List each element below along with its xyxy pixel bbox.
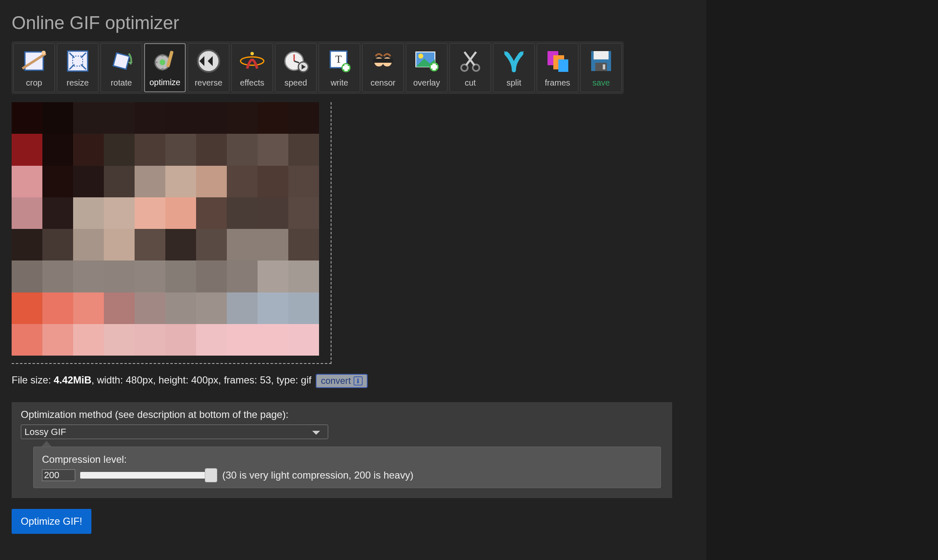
convert-button[interactable]: convert ⬇ bbox=[316, 374, 367, 388]
write-icon: T bbox=[326, 48, 353, 74]
tool-overlay[interactable]: overlay bbox=[406, 43, 447, 92]
tool-optimize[interactable]: optimize bbox=[144, 43, 186, 92]
preview-pixel bbox=[288, 134, 319, 165]
preview-pixel bbox=[104, 260, 135, 292]
preview-pixel bbox=[258, 166, 288, 197]
preview-pixel bbox=[227, 134, 258, 165]
svg-text:T: T bbox=[335, 53, 342, 65]
preview-pixel bbox=[196, 292, 227, 324]
preview-pixel bbox=[42, 102, 73, 134]
preview-pixel bbox=[12, 229, 42, 260]
preview-pixel bbox=[258, 292, 288, 324]
svg-line-36 bbox=[466, 52, 476, 65]
svg-rect-44 bbox=[594, 51, 609, 59]
optimization-method-select[interactable]: Lossy GIF bbox=[21, 425, 328, 439]
svg-rect-5 bbox=[113, 53, 129, 69]
svg-rect-24 bbox=[343, 66, 349, 69]
preview-pixel bbox=[288, 324, 319, 356]
preview-pixel bbox=[12, 102, 42, 134]
preview-pixel bbox=[73, 260, 104, 292]
tool-label: speed bbox=[285, 78, 307, 88]
preview-pixel bbox=[288, 197, 319, 229]
preview-pixel bbox=[73, 229, 104, 260]
svg-point-8 bbox=[160, 59, 165, 65]
svg-rect-46 bbox=[603, 64, 605, 69]
censor-icon bbox=[370, 48, 396, 74]
svg-point-14 bbox=[250, 52, 254, 55]
tool-frames[interactable]: frames bbox=[537, 43, 578, 92]
preview-pixel bbox=[135, 134, 165, 165]
preview-pixel bbox=[73, 324, 104, 356]
tool-effects[interactable]: effects bbox=[231, 43, 273, 92]
preview-pixel bbox=[165, 324, 196, 356]
compression-hint: (30 is very light compression, 200 is he… bbox=[222, 469, 413, 481]
tool-rotate[interactable]: rotate bbox=[101, 43, 142, 92]
tool-label: split bbox=[506, 78, 521, 88]
preview-pixel bbox=[42, 229, 73, 260]
tool-crop[interactable]: crop bbox=[13, 43, 55, 92]
right-sidebar bbox=[706, 0, 938, 560]
compression-panel: Compression level: (30 is very light com… bbox=[33, 447, 661, 488]
tool-save[interactable]: save bbox=[580, 43, 622, 92]
preview-pixel bbox=[165, 134, 196, 165]
tool-split[interactable]: split bbox=[493, 43, 535, 92]
resize-icon bbox=[64, 48, 91, 74]
preview-pixel bbox=[227, 260, 258, 292]
preview-pixel bbox=[135, 197, 165, 229]
preview-pixel bbox=[135, 166, 165, 197]
tool-censor[interactable]: censor bbox=[362, 43, 404, 92]
tool-speed[interactable]: speed bbox=[275, 43, 317, 92]
preview-pixel bbox=[42, 324, 73, 356]
reverse-icon bbox=[195, 48, 222, 74]
tool-label: resize bbox=[66, 78, 88, 88]
tool-label: save bbox=[592, 78, 610, 88]
tool-label: write bbox=[331, 78, 348, 88]
compression-slider[interactable] bbox=[80, 472, 217, 479]
tool-reverse[interactable]: reverse bbox=[188, 43, 229, 92]
preview-pixel bbox=[104, 134, 135, 165]
optimize-gif-button[interactable]: Optimize GIF! bbox=[12, 509, 91, 534]
preview-pixel bbox=[12, 324, 42, 356]
compression-value-input[interactable] bbox=[42, 469, 75, 481]
preview-pixel bbox=[12, 292, 42, 324]
preview-pixel bbox=[73, 102, 104, 134]
preview-pixel bbox=[258, 197, 288, 229]
tool-toolbar: cropresizerotateoptimizereverseeffectssp… bbox=[12, 42, 624, 94]
effects-icon bbox=[239, 48, 265, 74]
svg-rect-42 bbox=[558, 59, 568, 72]
cut-icon bbox=[457, 48, 484, 74]
preview-pixel bbox=[165, 229, 196, 260]
svg-marker-6 bbox=[128, 62, 133, 64]
preview-pixel bbox=[227, 324, 258, 356]
preview-pixel bbox=[135, 324, 165, 356]
preview-pixel bbox=[165, 260, 196, 292]
svg-point-29 bbox=[418, 54, 423, 59]
tool-label: cut bbox=[465, 78, 476, 88]
preview-pixel bbox=[258, 102, 288, 134]
file-size-value: 4.42MiB bbox=[54, 374, 91, 386]
tool-write[interactable]: Twrite bbox=[319, 43, 360, 92]
tool-cut[interactable]: cut bbox=[449, 43, 491, 92]
preview-area bbox=[12, 102, 331, 364]
page-title: Online GIF optimizer bbox=[12, 12, 695, 33]
compression-label: Compression level: bbox=[42, 454, 652, 465]
speed-icon bbox=[282, 48, 309, 74]
preview-pixel bbox=[288, 166, 319, 197]
preview-pixel bbox=[73, 292, 104, 324]
preview-pixel bbox=[104, 102, 135, 134]
preview-pixel bbox=[227, 166, 258, 197]
preview-pixel bbox=[12, 166, 42, 197]
preview-pixel bbox=[227, 229, 258, 260]
preview-pixel bbox=[135, 102, 165, 134]
preview-pixel bbox=[258, 229, 288, 260]
preview-pixel bbox=[42, 260, 73, 292]
preview-pixel bbox=[288, 229, 319, 260]
preview-pixel bbox=[104, 166, 135, 197]
preview-pixel bbox=[104, 229, 135, 260]
tool-resize[interactable]: resize bbox=[57, 43, 98, 92]
preview-pixel bbox=[288, 260, 319, 292]
file-info: File size: 4.42MiB, width: 480px, height… bbox=[12, 374, 695, 388]
download-icon: ⬇ bbox=[354, 376, 363, 386]
preview-pixel bbox=[104, 292, 135, 324]
preview-pixel bbox=[42, 134, 73, 165]
